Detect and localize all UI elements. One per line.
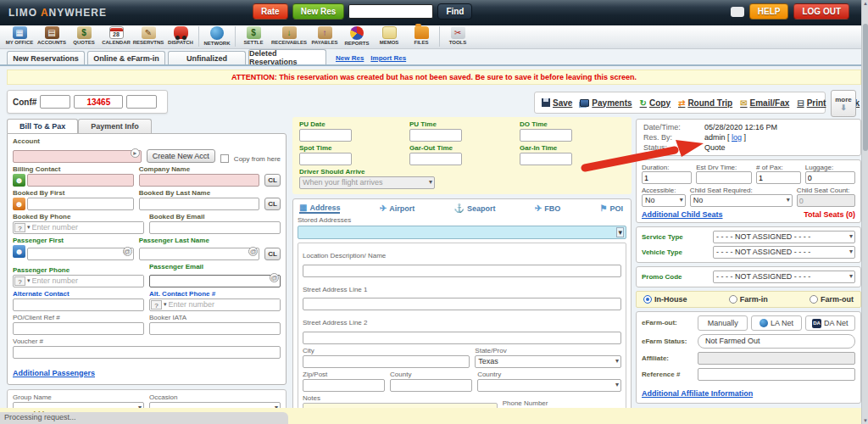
- tab-seaport[interactable]: ⚓Seaport: [453, 203, 495, 214]
- booked-by-email-input[interactable]: [149, 221, 281, 234]
- toolbar-network[interactable]: NETWORK: [201, 25, 233, 46]
- company-name-input[interactable]: [139, 174, 260, 187]
- toolbar-calendar[interactable]: 28CALENDAR: [100, 25, 132, 45]
- tab-bill-to-pax[interactable]: Bill To & Pax: [7, 119, 78, 133]
- alt-contact-phone-field[interactable]: ?▾: [149, 298, 281, 311]
- toolbar-settle[interactable]: $SETTLE: [237, 25, 270, 45]
- reference-input[interactable]: [698, 368, 855, 381]
- tab-payment-info[interactable]: Payment Info: [78, 119, 152, 133]
- phone-country-code[interactable]: ?: [14, 223, 25, 232]
- passenger-last-input[interactable]: [139, 248, 260, 260]
- farm-out-radio[interactable]: [810, 295, 818, 304]
- alternate-contact-input[interactable]: [13, 298, 144, 311]
- in-house-radio[interactable]: [643, 295, 652, 304]
- passenger-email-icon[interactable]: @: [270, 273, 279, 282]
- state-select[interactable]: Texas: [475, 355, 621, 368]
- company-clear-button[interactable]: CL: [264, 174, 281, 187]
- city-input[interactable]: [303, 355, 470, 368]
- county-input[interactable]: [390, 379, 472, 392]
- toolbar-reservations[interactable]: ✎RESERVTNS: [132, 25, 164, 45]
- toolbar-payables[interactable]: ↑PAYABLES: [309, 25, 341, 45]
- voucher-input[interactable]: [13, 346, 281, 359]
- scrollbar-thumb[interactable]: [863, 24, 868, 151]
- toolbar-receivables[interactable]: ↓RECEIVABLES: [270, 25, 309, 45]
- toolbar-files[interactable]: FILES: [405, 25, 437, 45]
- toolbar-dispatch[interactable]: DISPATCH: [164, 25, 197, 45]
- duration-input[interactable]: [642, 171, 692, 184]
- location-desc-input[interactable]: [303, 265, 621, 277]
- tab-airport[interactable]: ✈Airport: [380, 203, 415, 214]
- toolbar-my-office[interactable]: ▦MY OFFICE: [3, 25, 36, 45]
- tab-deleted-reservations[interactable]: Deleted Reservations: [248, 49, 326, 64]
- booked-by-phone-input[interactable]: [32, 222, 143, 232]
- log-link[interactable]: log: [732, 133, 742, 142]
- promo-code-select[interactable]: - - - - NOT ASSIGNED - - - -: [713, 271, 855, 283]
- luggage-input[interactable]: [805, 171, 855, 184]
- phone-dropdown-caret[interactable]: ▾: [25, 224, 32, 231]
- toolbar-quotes[interactable]: $QUOTES: [68, 25, 100, 45]
- passenger-last-contact-icon[interactable]: @: [248, 247, 258, 256]
- booked-by-clear-button[interactable]: CL: [264, 198, 281, 210]
- booker-iata-input[interactable]: [149, 322, 281, 335]
- additional-affiliate-link[interactable]: Additional Affiliate Information: [642, 389, 753, 398]
- pax-input[interactable]: [756, 171, 801, 184]
- account-input[interactable]: [13, 150, 142, 163]
- find-button[interactable]: Find: [437, 3, 472, 20]
- tab-address[interactable]: ▦Address: [299, 203, 340, 214]
- conf-suffix-input[interactable]: [126, 95, 157, 109]
- create-new-acct-button[interactable]: Create New Acct: [147, 149, 215, 163]
- street2-input[interactable]: [303, 332, 621, 344]
- pu-date-input[interactable]: [299, 129, 352, 142]
- passenger-person-icon[interactable]: ☻: [13, 245, 25, 258]
- tab-new-reservations[interactable]: New Reservations: [7, 51, 85, 64]
- child-seat-required-select[interactable]: No: [690, 194, 793, 207]
- toolbar-tools[interactable]: ✂TOOLS: [442, 25, 474, 45]
- tab-fbo[interactable]: ✈FBO: [535, 203, 560, 214]
- service-type-select[interactable]: - - - - NOT ASSIGNED - - - -: [713, 231, 855, 243]
- print-button[interactable]: ⊟Print: [797, 98, 826, 108]
- accessible-select[interactable]: No: [642, 194, 686, 207]
- import-res-link[interactable]: Import Res: [370, 54, 406, 62]
- quick-search-input[interactable]: [348, 4, 433, 19]
- gar-in-time-input[interactable]: [520, 153, 572, 165]
- rate-button[interactable]: Rate: [253, 3, 288, 20]
- logout-button[interactable]: LOG OUT: [793, 3, 849, 20]
- help-button[interactable]: HELP: [749, 3, 789, 20]
- additional-child-seats-link[interactable]: Additional Child Seats: [642, 210, 723, 219]
- scroll-down-icon[interactable]: ▼: [862, 418, 868, 423]
- driver-should-arrive-select[interactable]: When your flight arrives: [299, 176, 435, 189]
- new-res-link[interactable]: New Res: [336, 54, 364, 62]
- passenger-first-contact-icon[interactable]: @: [123, 247, 132, 256]
- chat-icon[interactable]: [731, 7, 744, 17]
- tab-online-efarm-in[interactable]: Online & eFarm-in: [87, 51, 165, 64]
- spot-time-input[interactable]: [299, 153, 352, 165]
- manually-button[interactable]: Manually: [698, 315, 748, 331]
- phone-country-code[interactable]: ?: [14, 276, 25, 286]
- billing-contact-input[interactable]: [27, 174, 134, 187]
- passenger-phone-field[interactable]: ?▾: [13, 275, 144, 287]
- passenger-phone-input[interactable]: [32, 276, 143, 286]
- country-select[interactable]: [477, 379, 621, 392]
- po-client-ref-input[interactable]: [13, 322, 144, 335]
- gar-out-time-input[interactable]: [409, 153, 462, 165]
- passenger-first-input[interactable]: [27, 248, 134, 260]
- phone-dropdown-caret[interactable]: ▾: [162, 301, 169, 308]
- street1-input[interactable]: [303, 298, 621, 310]
- billing-contact-person-icon[interactable]: ☻: [13, 174, 25, 187]
- conf-prefix-input[interactable]: [40, 95, 70, 109]
- email-fax-button[interactable]: ✉Email/Fax: [740, 98, 789, 108]
- new-res-button[interactable]: New Res: [292, 3, 345, 20]
- save-button[interactable]: Save: [542, 98, 572, 108]
- phone-country-code[interactable]: ?: [151, 300, 162, 310]
- zip-input[interactable]: [303, 379, 385, 392]
- phone-dropdown-caret[interactable]: ▾: [25, 277, 32, 284]
- booked-by-first-input[interactable]: [27, 198, 134, 210]
- da-net-button[interactable]: DADA Net: [805, 315, 855, 331]
- tab-poi[interactable]: ⚑POI: [600, 203, 623, 214]
- copy-from-here-checkbox[interactable]: [220, 154, 229, 163]
- conf-number-input[interactable]: [74, 95, 123, 109]
- alt-contact-phone-input[interactable]: [169, 299, 280, 310]
- vehicle-type-select[interactable]: - - - - NOT ASSIGNED - - - -: [713, 246, 855, 259]
- round-trip-button[interactable]: ⇄Round Trip: [678, 98, 732, 108]
- est-drv-time-input[interactable]: [696, 171, 752, 184]
